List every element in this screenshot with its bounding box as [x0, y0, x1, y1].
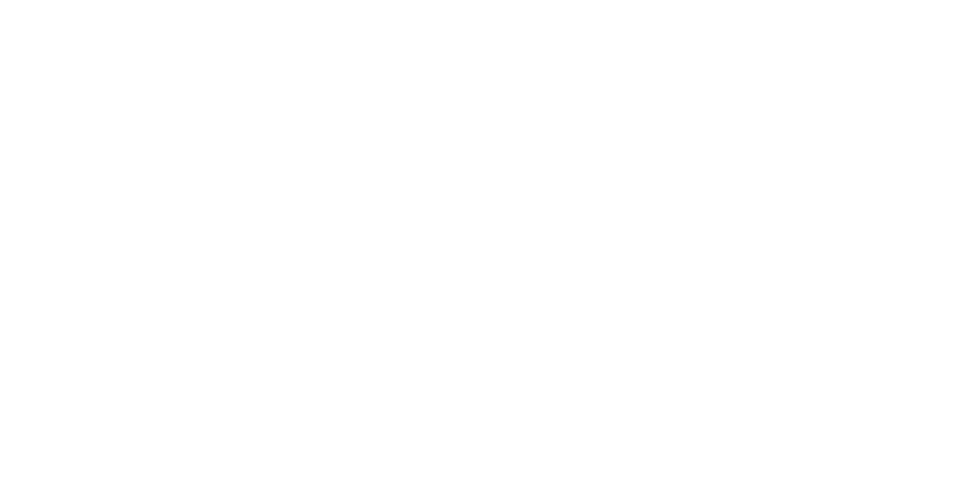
chart-container: (function() { const data = JSON.parse(do… [0, 0, 980, 490]
main-chart: (function() { const data = JSON.parse(do… [0, 0, 980, 490]
